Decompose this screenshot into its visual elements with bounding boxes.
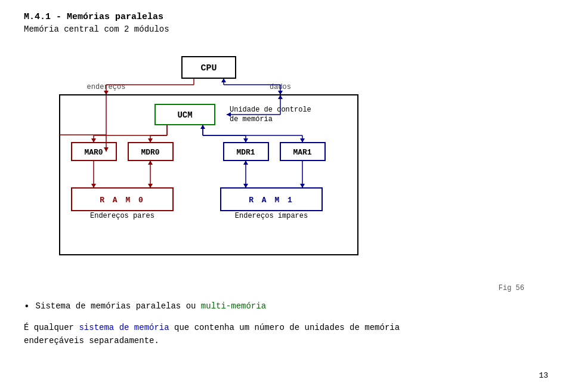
svg-marker-12 — [221, 78, 226, 82]
bullet-icon: • — [24, 301, 30, 312]
svg-text:R A M 1: R A M 1 — [249, 196, 294, 205]
svg-marker-39 — [148, 138, 153, 143]
svg-rect-52 — [221, 188, 322, 211]
svg-text:Endereços pares: Endereços pares — [90, 212, 154, 220]
svg-rect-49 — [72, 188, 173, 211]
svg-marker-56 — [91, 184, 96, 188]
svg-rect-14 — [155, 104, 215, 125]
svg-marker-64 — [300, 184, 305, 188]
svg-rect-13 — [60, 95, 358, 255]
svg-text:Unidade de controle: Unidade de controle — [230, 106, 311, 114]
svg-marker-59 — [148, 160, 153, 165]
highlight-sistema-memoria: sistema de memória — [79, 323, 169, 332]
svg-marker-48 — [300, 138, 305, 143]
svg-text:CPU: CPU — [200, 63, 217, 73]
bullet-text: Sistema de memórias paralelas ou multi-m… — [36, 301, 266, 311]
svg-marker-11 — [278, 91, 283, 95]
svg-rect-24 — [72, 143, 116, 160]
svg-marker-23 — [278, 95, 283, 99]
svg-text:R A M 0: R A M 0 — [100, 196, 145, 205]
diagram-arrows: CPU endereços dados UCM Unidade de contr… — [24, 52, 394, 279]
svg-marker-62 — [243, 160, 248, 165]
svg-text:de memória: de memória — [230, 115, 273, 124]
bullet-item: • Sistema de memórias paralelas ou multi… — [24, 301, 548, 312]
svg-marker-43 — [243, 138, 248, 143]
page-title: M.4.1 - Memórias paralelas — [24, 12, 548, 22]
svg-rect-26 — [128, 143, 173, 160]
svg-marker-61 — [243, 184, 248, 188]
svg-marker-21 — [227, 112, 231, 117]
svg-text:MDR0: MDR0 — [141, 148, 159, 157]
svg-text:Endereços ímpares: Endereços ímpares — [235, 212, 308, 220]
svg-text:dados: dados — [270, 83, 291, 91]
svg-text:endereços: endereços — [87, 83, 126, 91]
paragraph: É qualquer sistema de memória que conten… — [24, 321, 548, 348]
page-number: 13 — [539, 371, 548, 380]
bullet-section: • Sistema de memórias paralelas ou multi… — [24, 301, 548, 312]
svg-marker-7 — [104, 91, 109, 95]
svg-marker-35 — [91, 138, 96, 143]
diagram-wrapper: CPU endereços dados UCM Unidade de contr… — [24, 52, 394, 281]
svg-marker-66 — [104, 147, 109, 152]
fig-label: Fig 56 — [24, 284, 548, 292]
highlight-multi-memoria: multi-memória — [201, 301, 266, 311]
svg-marker-44 — [200, 125, 205, 129]
svg-rect-30 — [280, 143, 325, 160]
svg-text:MAR0: MAR0 — [84, 148, 103, 157]
svg-text:MAR1: MAR1 — [293, 148, 311, 157]
svg-marker-58 — [148, 184, 153, 188]
subtitle: Memória central com 2 módulos — [24, 24, 548, 34]
svg-rect-0 — [182, 57, 236, 78]
svg-text:UCM: UCM — [177, 110, 192, 120]
svg-rect-28 — [224, 143, 268, 160]
svg-text:MDR1: MDR1 — [236, 148, 255, 157]
